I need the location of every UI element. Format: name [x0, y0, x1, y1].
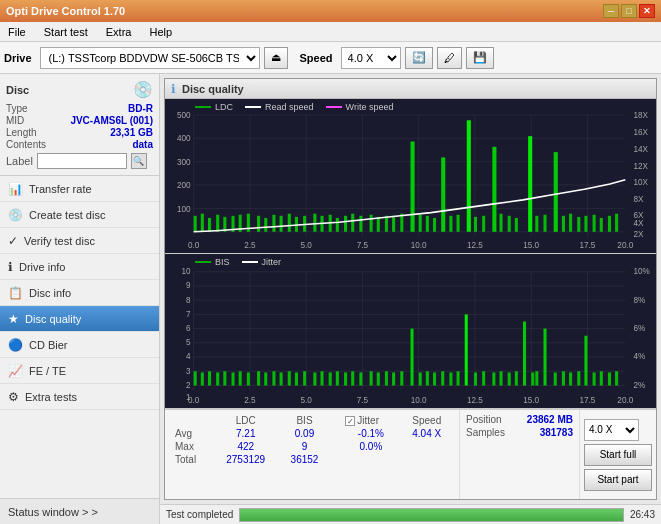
svg-rect-156 [419, 372, 422, 385]
sidebar-item-disc-quality[interactable]: ★ Disc quality [0, 306, 159, 332]
drive-info-icon: ℹ [8, 260, 13, 274]
quality-icon: ℹ [171, 82, 176, 96]
verify-test-disc-icon: ✓ [8, 234, 18, 248]
window-controls: ─ □ ✕ [603, 4, 655, 18]
svg-rect-149 [351, 371, 354, 385]
svg-text:5.0: 5.0 [300, 240, 312, 250]
progress-area: Test completed 26:43 [160, 504, 661, 524]
svg-rect-175 [600, 371, 603, 385]
svg-rect-160 [449, 372, 452, 385]
sidebar-item-create-test-disc[interactable]: 💿 Create test disc [0, 202, 159, 228]
fe-te-label: FE / TE [29, 365, 66, 377]
sidebar-nav: 📊 Transfer rate 💿 Create test disc ✓ Ver… [0, 176, 159, 498]
eject-button[interactable]: ⏏ [264, 47, 288, 69]
content-area: ℹ Disc quality LDC Read speed [160, 74, 661, 524]
avg-jitter: -0.1% [341, 427, 400, 440]
stats-max-row: Max 422 9 0.0% [171, 440, 453, 453]
svg-rect-143 [584, 336, 587, 386]
quality-header: ℹ Disc quality [165, 79, 656, 99]
extra-tests-label: Extra tests [25, 391, 77, 403]
svg-rect-142 [543, 329, 546, 386]
menu-start-test[interactable]: Start test [40, 24, 92, 40]
progress-time: 26:43 [630, 509, 655, 520]
max-empty [330, 440, 341, 453]
svg-rect-80 [608, 216, 611, 232]
toolbar-btn-1[interactable]: 🔄 [405, 47, 433, 69]
svg-rect-127 [216, 372, 219, 385]
svg-rect-176 [608, 372, 611, 385]
svg-rect-56 [467, 120, 471, 232]
quality-panel: ℹ Disc quality LDC Read speed [164, 78, 657, 500]
svg-text:8%: 8% [633, 294, 645, 305]
sidebar-item-disc-info[interactable]: 📋 Disc info [0, 280, 159, 306]
disc-info-icon: 📋 [8, 286, 23, 300]
svg-rect-154 [392, 372, 395, 385]
label-input[interactable] [37, 153, 127, 169]
svg-rect-81 [615, 214, 618, 232]
svg-text:10X: 10X [633, 177, 648, 187]
svg-rect-170 [554, 372, 557, 385]
sidebar-item-extra-tests[interactable]: ⚙ Extra tests [0, 384, 159, 410]
svg-rect-54 [411, 141, 415, 231]
total-label: Total [171, 453, 212, 466]
svg-rect-157 [426, 371, 429, 385]
svg-rect-150 [359, 372, 362, 385]
svg-rect-126 [208, 371, 211, 385]
svg-text:0.0: 0.0 [188, 240, 200, 250]
svg-rect-148 [344, 372, 347, 385]
bottom-chart-svg: 10 9 8 7 6 5 4 3 2 1 10% 8% 6% [165, 254, 656, 408]
svg-text:0.0: 0.0 [188, 395, 199, 406]
total-empty [330, 453, 341, 466]
bottom-legend: BIS Jitter [195, 257, 281, 267]
top-legend: LDC Read speed Write speed [195, 102, 393, 112]
total-empty3 [401, 453, 454, 466]
menu-file[interactable]: File [4, 24, 30, 40]
start-part-button[interactable]: Start part [584, 469, 652, 491]
maximize-button[interactable]: □ [621, 4, 637, 18]
disc-quality-icon: ★ [8, 312, 19, 326]
toolbar-btn-3[interactable]: 💾 [466, 47, 494, 69]
start-full-button[interactable]: Start full [584, 444, 652, 466]
svg-rect-58 [528, 136, 532, 232]
sidebar-item-verify-test-disc[interactable]: ✓ Verify test disc [0, 228, 159, 254]
svg-rect-78 [593, 215, 596, 232]
svg-text:6: 6 [186, 322, 191, 333]
toolbar-btn-2[interactable]: 🖊 [437, 47, 462, 69]
speed-select[interactable]: 4.0 X Max 2.0 X [341, 47, 401, 69]
svg-text:10: 10 [181, 266, 190, 277]
svg-text:200: 200 [177, 180, 191, 190]
sidebar-item-transfer-rate[interactable]: 📊 Transfer rate [0, 176, 159, 202]
label-browse-button[interactable]: 🔍 [131, 153, 147, 169]
svg-rect-65 [449, 216, 452, 232]
sidebar-item-fe-te[interactable]: 📈 FE / TE [0, 358, 159, 384]
svg-rect-162 [474, 372, 477, 385]
col-bis: BIS [279, 414, 330, 427]
transfer-rate-icon: 📊 [8, 182, 23, 196]
max-ldc: 422 [212, 440, 279, 453]
minimize-button[interactable]: ─ [603, 4, 619, 18]
svg-text:300: 300 [177, 157, 191, 167]
scan-speed-select[interactable]: 4.0 X Max 2.0 X [584, 419, 639, 441]
close-button[interactable]: ✕ [639, 4, 655, 18]
svg-rect-66 [457, 215, 460, 232]
samples-value: 381783 [540, 427, 573, 438]
svg-rect-158 [433, 372, 436, 385]
avg-speed: 4.04 X [401, 427, 454, 440]
status-window[interactable]: Status window > > [0, 498, 159, 524]
svg-rect-39 [272, 215, 275, 232]
menu-extra[interactable]: Extra [102, 24, 136, 40]
svg-text:2: 2 [186, 379, 191, 390]
action-buttons-area: 4.0 X Max 2.0 X Start full Start part [579, 410, 656, 499]
drive-label: Drive [4, 52, 32, 64]
total-bis: 36152 [279, 453, 330, 466]
drive-select[interactable]: (L:) TSSTcorp BDDVDW SE-506CB TS02 [40, 47, 260, 69]
sidebar-item-drive-info[interactable]: ℹ Drive info [0, 254, 159, 280]
menu-help[interactable]: Help [145, 24, 176, 40]
sidebar-item-cd-bier[interactable]: 🔵 CD Bier [0, 332, 159, 358]
legend-write-speed: Write speed [326, 102, 394, 112]
stats-row: LDC BIS ✓ Jitter Speed [165, 410, 656, 499]
svg-rect-31 [208, 218, 211, 232]
svg-rect-77 [584, 216, 587, 232]
length-value: 23,31 GB [110, 127, 153, 138]
samples-label: Samples [466, 427, 505, 438]
